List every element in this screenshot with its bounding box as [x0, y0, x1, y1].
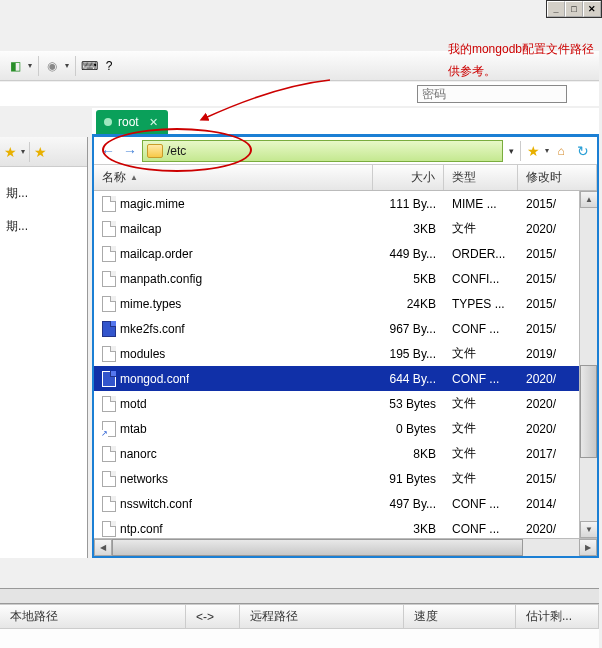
tab-close-icon[interactable]: ✕ — [145, 116, 158, 129]
star-icon[interactable]: ★ — [4, 144, 17, 160]
file-size: 967 By... — [373, 322, 444, 336]
file-size: 0 Bytes — [373, 422, 444, 436]
nav-bar: ← → /etc ▾ ★ ▾ ⌂ ↻ — [94, 137, 597, 165]
file-row[interactable]: manpath.config5KBCONFI...2015/ — [94, 266, 597, 291]
back-button[interactable]: ← — [98, 141, 118, 161]
file-row[interactable]: mailcap3KB文件2020/ — [94, 216, 597, 241]
vertical-scrollbar[interactable]: ▲ ▼ — [579, 191, 597, 538]
minimize-button[interactable]: _ — [547, 1, 565, 17]
transfer-header: 本地路径 <-> 远程路径 速度 估计剩... — [0, 605, 599, 629]
grid-header: 名称▲ 大小 类型 修改时 — [94, 165, 597, 191]
file-name: nanorc — [120, 447, 157, 461]
file-name: networks — [120, 472, 168, 486]
column-header-direction[interactable]: <-> — [186, 605, 240, 628]
left-list-item[interactable]: 期... — [4, 214, 83, 239]
file-type: 文件 — [444, 470, 518, 487]
star-icon[interactable]: ★ — [34, 144, 47, 160]
column-header-modified[interactable]: 修改时 — [518, 165, 597, 190]
file-name: modules — [120, 347, 165, 361]
bookmark-icon[interactable]: ◧ — [8, 59, 22, 73]
file-name: ntp.conf — [120, 522, 163, 536]
column-header-speed[interactable]: 速度 — [404, 605, 516, 628]
help-icon[interactable]: ? — [102, 59, 116, 73]
file-name: motd — [120, 397, 147, 411]
column-header-size[interactable]: 大小 — [373, 165, 444, 190]
refresh-button[interactable]: ↻ — [573, 141, 593, 161]
splitter[interactable] — [0, 588, 599, 604]
file-name: mtab — [120, 422, 147, 436]
dropdown-icon[interactable]: ▾ — [28, 61, 32, 70]
column-header-local[interactable]: 本地路径 — [0, 605, 186, 628]
file-row[interactable]: mongod.conf644 By...CONF ...2020/ — [94, 366, 597, 391]
annotation-text: 我的mongodb配置文件路径 供参考。 — [448, 38, 594, 82]
left-list-item[interactable] — [4, 173, 83, 181]
file-row[interactable]: mtab0 Bytes文件2020/ — [94, 416, 597, 441]
file-row[interactable]: motd53 Bytes文件2020/ — [94, 391, 597, 416]
left-list: 期...期... — [0, 167, 87, 245]
file-icon — [102, 346, 116, 362]
dropdown-icon[interactable]: ▾ — [21, 147, 25, 156]
left-toolbar: ★ ▾ ★ — [0, 137, 87, 167]
file-row[interactable]: mime.types24KBTYPES ...2015/ — [94, 291, 597, 316]
file-size: 91 Bytes — [373, 472, 444, 486]
file-name: mailcap — [120, 222, 161, 236]
keyboard-icon[interactable]: ⌨ — [82, 59, 96, 73]
file-size: 3KB — [373, 222, 444, 236]
scroll-right-button[interactable]: ▶ — [579, 539, 597, 556]
address-text: /etc — [167, 144, 186, 158]
left-list-item[interactable] — [4, 206, 83, 214]
file-size: 53 Bytes — [373, 397, 444, 411]
column-header-type[interactable]: 类型 — [444, 165, 518, 190]
file-type: 文件 — [444, 420, 518, 437]
column-header-remote[interactable]: 远程路径 — [240, 605, 404, 628]
file-row[interactable]: mailcap.order449 By...ORDER...2015/ — [94, 241, 597, 266]
file-size: 5KB — [373, 272, 444, 286]
column-header-name[interactable]: 名称▲ — [94, 165, 373, 190]
close-button[interactable]: ✕ — [583, 1, 601, 17]
address-bar[interactable]: /etc — [142, 140, 503, 162]
file-icon — [102, 496, 116, 512]
grid-body: magic.mime111 By...MIME ...2015/mailcap3… — [94, 191, 597, 538]
file-type: MIME ... — [444, 197, 518, 211]
dropdown-icon[interactable]: ▾ — [545, 146, 549, 155]
file-type: CONF ... — [444, 372, 518, 386]
tab-label: root — [118, 115, 139, 129]
scroll-down-button[interactable]: ▼ — [580, 521, 597, 538]
column-header-eta[interactable]: 估计剩... — [516, 605, 599, 628]
transfer-body — [0, 629, 599, 648]
window-controls: _ □ ✕ — [546, 0, 602, 18]
file-icon — [102, 321, 116, 337]
file-row[interactable]: nanorc8KB文件2017/ — [94, 441, 597, 466]
password-input[interactable] — [417, 85, 567, 103]
file-size: 3KB — [373, 522, 444, 536]
address-dropdown-icon[interactable]: ▾ — [505, 146, 518, 156]
file-row[interactable]: magic.mime111 By...MIME ...2015/ — [94, 191, 597, 216]
left-list-item[interactable]: 期... — [4, 181, 83, 206]
home-button[interactable]: ⌂ — [551, 141, 571, 161]
file-row[interactable]: mke2fs.conf967 By...CONF ...2015/ — [94, 316, 597, 341]
file-name: mailcap.order — [120, 247, 193, 261]
file-name: mongod.conf — [120, 372, 189, 386]
scroll-up-button[interactable]: ▲ — [580, 191, 597, 208]
file-row[interactable]: nsswitch.conf497 By...CONF ...2014/ — [94, 491, 597, 516]
file-icon — [102, 421, 116, 437]
file-row[interactable]: networks91 Bytes文件2015/ — [94, 466, 597, 491]
file-icon — [102, 196, 116, 212]
file-name: magic.mime — [120, 197, 185, 211]
horizontal-scrollbar[interactable]: ◀ ▶ — [94, 538, 597, 556]
dropdown-icon[interactable]: ▾ — [65, 61, 69, 70]
favorite-button[interactable]: ★ — [523, 141, 543, 161]
forward-button[interactable]: → — [120, 141, 140, 161]
left-pane: ★ ▾ ★ 期...期... — [0, 137, 88, 558]
file-row[interactable]: modules195 By...文件2019/ — [94, 341, 597, 366]
file-icon — [102, 271, 116, 287]
maximize-button[interactable]: □ — [565, 1, 583, 17]
disk-icon[interactable]: ◉ — [45, 59, 59, 73]
tab-root[interactable]: root ✕ — [96, 110, 168, 134]
file-icon — [102, 471, 116, 487]
file-row[interactable]: ntp.conf3KBCONF ...2020/ — [94, 516, 597, 538]
scroll-left-button[interactable]: ◀ — [94, 539, 112, 556]
scroll-thumb[interactable] — [112, 539, 523, 556]
scroll-thumb[interactable] — [580, 365, 597, 459]
status-dot-icon — [104, 118, 112, 126]
